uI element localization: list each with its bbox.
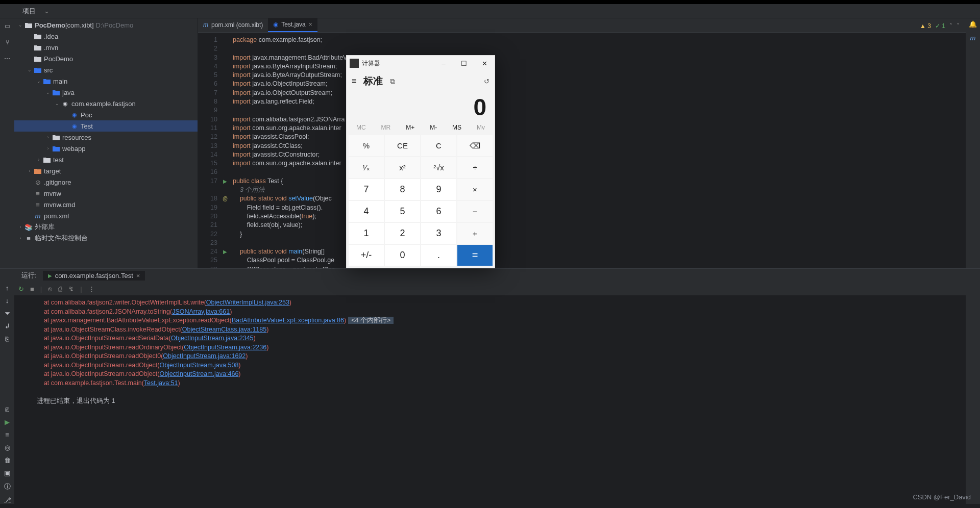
calc-btn[interactable]: 8 xyxy=(385,179,420,200)
calc-btn[interactable]: . xyxy=(421,245,456,266)
calc-btn[interactable]: x² xyxy=(385,157,420,178)
calc-btn[interactable]: 0 xyxy=(385,245,420,266)
project-tab[interactable]: 项目 xyxy=(18,7,40,16)
calculator-display: 0 xyxy=(347,91,495,122)
watermark: CSDN @Fer_David xyxy=(913,493,971,501)
tree-item[interactable]: ≡mvnw.cmd xyxy=(14,199,198,210)
settings-icon[interactable]: ↯ xyxy=(68,285,74,293)
calc-btn[interactable]: CE xyxy=(385,135,420,156)
calc-mem-M+[interactable]: M+ xyxy=(406,124,414,131)
calc-btn[interactable]: C xyxy=(421,135,456,156)
more-icon[interactable]: ⋮ xyxy=(88,285,95,293)
calc-btn[interactable]: − xyxy=(457,201,493,222)
calc-btn[interactable]: % xyxy=(349,135,384,156)
warnings-badge[interactable]: ▲ 3 xyxy=(920,22,931,30)
calculator-app-icon xyxy=(350,59,359,68)
tree-item[interactable]: ◉Test xyxy=(14,120,198,132)
terminal-icon[interactable]: ▣ xyxy=(4,469,10,477)
tree-item[interactable]: PocDemo xyxy=(14,53,198,64)
up-icon[interactable]: ↑ xyxy=(6,284,9,292)
calc-btn[interactable]: × xyxy=(457,179,493,200)
down-icon[interactable]: ↓ xyxy=(6,297,9,304)
calc-btn[interactable]: 6 xyxy=(421,201,456,222)
tree-item[interactable]: ⌄main xyxy=(14,75,198,87)
calc-btn[interactable]: 7 xyxy=(349,179,384,200)
folder-icon[interactable]: ▭ xyxy=(3,21,12,31)
calc-btn[interactable]: ÷ xyxy=(457,157,493,178)
calc-mem-MR[interactable]: MR xyxy=(381,124,391,131)
target-icon[interactable]: ◎ xyxy=(5,444,10,451)
trash-icon[interactable]: 🗑 xyxy=(4,456,11,464)
structure-icon[interactable]: ⑂ xyxy=(3,38,12,47)
tree-item[interactable]: mpom.xml xyxy=(14,210,198,221)
calculator-title: 计算器 xyxy=(362,59,433,68)
tree-item[interactable]: .mvn xyxy=(14,42,198,53)
chevron-down-icon[interactable]: ˅ xyxy=(957,22,960,30)
code-editor[interactable]: package com.example.fastjson;import java… xyxy=(229,33,966,268)
tree-item[interactable]: ⊘.gitignore xyxy=(14,176,198,188)
t1-icon[interactable]: ⎚ xyxy=(5,405,9,413)
rerun-icon[interactable]: ↻ xyxy=(18,285,24,293)
stop-icon[interactable]: ■ xyxy=(30,285,34,293)
tree-item[interactable]: ⌄◉com.example.fastjson xyxy=(14,98,198,109)
editor-tab[interactable]: mpom.xml (com.xibt) xyxy=(198,18,268,32)
ok-badge[interactable]: ✓ 1 xyxy=(935,22,945,30)
tree-root[interactable]: ⌄PocDemo [com.xibt]D:\PocDemo xyxy=(14,19,198,31)
project-tab-chevron[interactable]: ⌄ xyxy=(40,7,54,15)
tree-item[interactable]: .idea xyxy=(14,31,198,42)
notifications-icon[interactable]: 🔔 xyxy=(969,20,977,28)
project-tree: ⌄PocDemo [com.xibt]D:\PocDemo.idea.mvnPo… xyxy=(14,18,198,268)
calculator-window: 计算器 – ☐ ✕ ≡ 标准 ⧉ ↺ 0 MCMRM+M-MSMv %CEC⌫¹… xyxy=(346,55,495,268)
chevron-up-icon[interactable]: ˄ xyxy=(949,22,952,30)
run-output[interactable]: at com.alibaba.fastjson2.writer.ObjectWr… xyxy=(14,295,966,504)
minimize-button[interactable]: – xyxy=(433,60,454,67)
maximize-button[interactable]: ☐ xyxy=(454,60,474,67)
print-icon[interactable]: ⎙ xyxy=(58,285,62,293)
tree-item[interactable]: ›target xyxy=(14,165,198,176)
calculator-mode: 标准 xyxy=(363,74,383,88)
calc-btn[interactable]: 2 xyxy=(385,223,420,244)
maven-tool-icon[interactable]: m xyxy=(970,34,976,42)
tree-item[interactable]: ›webapp xyxy=(14,143,198,154)
calc-btn[interactable]: 4 xyxy=(349,201,384,222)
calc-btn[interactable]: = xyxy=(457,245,493,266)
tree-item[interactable]: ›test xyxy=(14,154,198,165)
run-label: 运行: xyxy=(18,271,40,280)
tree-item[interactable]: ⌄src xyxy=(14,64,198,75)
layers-icon[interactable]: ≡ xyxy=(5,431,9,439)
tree-item[interactable]: ›resources xyxy=(14,132,198,143)
play-icon[interactable]: ▶ xyxy=(5,418,10,426)
pin-icon[interactable]: ⧉ xyxy=(390,77,395,86)
wrap-icon[interactable]: ↲ xyxy=(5,322,10,330)
calc-btn[interactable]: 1 xyxy=(349,223,384,244)
calc-btn[interactable]: 3 xyxy=(421,223,456,244)
filter-icon[interactable]: ⏷ xyxy=(4,310,11,317)
calc-btn[interactable]: ⌫ xyxy=(457,135,493,156)
calc-mem-MS[interactable]: MS xyxy=(452,124,461,131)
info-icon[interactable]: ⓘ xyxy=(4,482,11,491)
calc-mem-M-[interactable]: M- xyxy=(430,124,437,131)
tree-scratch[interactable]: ›≡临时文件和控制台 xyxy=(14,233,198,244)
calc-btn[interactable]: +/- xyxy=(349,245,384,266)
tree-item[interactable]: ◉Poc xyxy=(14,109,198,120)
calc-btn[interactable]: ¹⁄ₓ xyxy=(349,157,384,178)
calc-btn[interactable]: ²√x xyxy=(421,157,456,178)
calc-mem-Mv[interactable]: Mv xyxy=(477,124,485,131)
scroll-icon[interactable]: ⎘ xyxy=(5,335,9,343)
history-icon[interactable]: ↺ xyxy=(484,78,489,85)
tree-extlib[interactable]: ›📚外部库 xyxy=(14,221,198,233)
calc-btn[interactable]: + xyxy=(457,223,493,244)
calc-btn[interactable]: 9 xyxy=(421,179,456,200)
editor-tab[interactable]: ◉Test.java× xyxy=(268,18,317,32)
calc-btn[interactable]: 5 xyxy=(385,201,420,222)
calculator-menu-icon[interactable]: ≡ xyxy=(352,77,356,86)
tree-item[interactable]: ⌄java xyxy=(14,87,198,98)
close-button[interactable]: ✕ xyxy=(474,60,495,67)
vcs-icon[interactable]: ⎇ xyxy=(4,496,11,504)
calc-mem-MC[interactable]: MC xyxy=(356,124,366,131)
run-config-tab[interactable]: ▶ com.example.fastjson.Test × xyxy=(43,271,145,281)
exit-icon[interactable]: ⎋ xyxy=(48,285,52,293)
more-icon[interactable]: ⋯ xyxy=(3,54,12,63)
tree-item[interactable]: ≡mvnw xyxy=(14,188,198,199)
